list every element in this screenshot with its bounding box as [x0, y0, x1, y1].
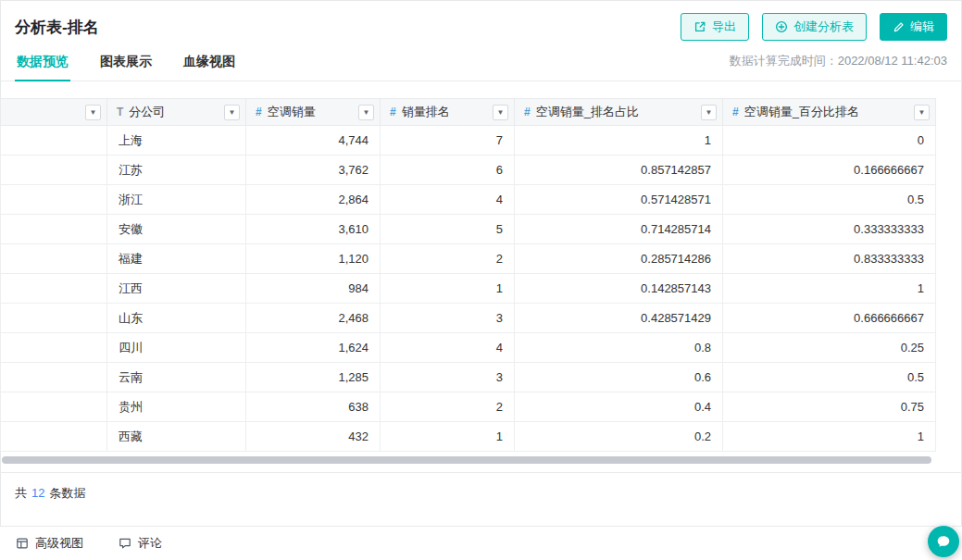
column-header-truncated: ▼: [1, 99, 107, 126]
truncated-cell: [1, 333, 107, 363]
table-row: 山东2,46830.4285714290.666666667: [1, 304, 936, 333]
table-cell: 浙江: [107, 185, 246, 215]
count-number: 12: [31, 486, 44, 500]
data-preview-table-area: ▼ T 分公司 ▼ # 空调销量 ▼: [0, 98, 962, 464]
table-cell: 福建: [107, 244, 246, 274]
column-dropdown-icon[interactable]: ▼: [358, 105, 374, 120]
tabs: 数据预览 图表展示 血缘视图: [15, 54, 265, 81]
table-cell: 4: [381, 185, 515, 215]
table-cell: 0.25: [723, 333, 936, 363]
table-cell: 0.428571429: [515, 304, 723, 333]
table-cell: 西藏: [107, 422, 246, 452]
table-cell: 四川: [107, 333, 246, 363]
table-cell: 0.2: [515, 422, 723, 452]
truncated-cell: [1, 156, 107, 185]
table-cell: 0.285714286: [515, 244, 723, 274]
plus-circle-icon: [775, 20, 788, 33]
create-label: 创建分析表: [793, 19, 854, 35]
edit-label: 编辑: [910, 19, 934, 35]
table-cell: 贵州: [107, 392, 246, 422]
truncated-cell: [1, 126, 107, 156]
table-cell: 上海: [107, 126, 246, 156]
column-dropdown-icon[interactable]: ▼: [493, 105, 508, 120]
table-cell: 1,120: [246, 244, 381, 274]
table-cell: 0.5: [723, 363, 936, 392]
table-cell: 1: [381, 274, 515, 304]
table-cell: 0.8: [515, 333, 723, 363]
chat-fab-button[interactable]: [928, 526, 959, 557]
count-prefix: 共: [15, 486, 27, 500]
truncated-cell: [1, 244, 107, 274]
table-cell: 3: [381, 304, 515, 333]
column-dropdown-icon[interactable]: ▼: [914, 105, 930, 120]
table-cell: 3,762: [246, 156, 381, 185]
number-type-icon: #: [256, 106, 262, 118]
top-bar: 分析表-排名 导出 创建分析表 编辑: [0, 0, 962, 41]
table-cell: 3: [381, 363, 515, 392]
table-row: 江苏3,76260.8571428570.166666667: [1, 156, 936, 185]
table-cell: 4: [381, 333, 515, 363]
table-cell: 江西: [107, 274, 246, 304]
export-button[interactable]: 导出: [681, 13, 749, 41]
table-row: 江西98410.1428571431: [1, 274, 936, 304]
table-cell: 0.5: [723, 185, 936, 215]
table-cell: 0.142857143: [515, 274, 723, 304]
table-cell: 0.4: [515, 392, 723, 422]
calc-time-label: 数据计算完成时间：: [730, 54, 838, 68]
column-header-branch: T 分公司 ▼: [107, 99, 246, 126]
table-cell: 1,624: [246, 333, 381, 363]
table-cell: 0.857142857: [515, 156, 723, 185]
column-header-percentile-rank: # 空调销量_百分比排名 ▼: [723, 99, 936, 126]
tab-chart-display[interactable]: 图表展示: [98, 54, 154, 81]
comment-button[interactable]: 评论: [119, 535, 162, 552]
calc-time-value: 2022/08/12 11:42:03: [838, 54, 947, 68]
truncated-cell: [1, 363, 107, 392]
table-cell: 432: [246, 422, 381, 452]
table-cell: 2,864: [246, 185, 381, 215]
table-cell: 2: [381, 392, 515, 422]
table-row: 贵州63820.40.75: [1, 392, 936, 422]
column-header-rank-ratio: # 空调销量_排名占比 ▼: [515, 99, 723, 126]
calc-time: 数据计算完成时间：2022/08/12 11:42:03: [730, 53, 947, 81]
export-label: 导出: [712, 19, 736, 35]
table-row: 福建1,12020.2857142860.833333333: [1, 244, 936, 274]
table-cell: 984: [246, 274, 381, 304]
export-icon: [693, 20, 706, 33]
bottom-bar: 高级视图 评论: [0, 526, 962, 560]
column-dropdown-icon[interactable]: ▼: [224, 105, 240, 120]
table-header: ▼ T 分公司 ▼ # 空调销量 ▼: [1, 99, 936, 126]
column-header-ac-sales: # 空调销量 ▼: [246, 99, 381, 126]
create-analysis-table-button[interactable]: 创建分析表: [762, 13, 867, 41]
edit-button[interactable]: 编辑: [880, 13, 947, 41]
truncated-cell: [1, 304, 107, 333]
table-cell: 1: [723, 274, 936, 304]
table-row: 四川1,62440.80.25: [1, 333, 936, 363]
table-cell: 1,285: [246, 363, 381, 392]
truncated-cell: [1, 392, 107, 422]
table-row: 安徽3,61050.7142857140.333333333: [1, 215, 936, 244]
pencil-icon: [893, 21, 905, 33]
advanced-view-button[interactable]: 高级视图: [16, 535, 83, 552]
page-title: 分析表-排名: [15, 17, 99, 38]
table-cell: 2: [381, 244, 515, 274]
table-cell: 1: [723, 422, 936, 452]
comment-icon: [119, 537, 131, 550]
count-suffix: 条数据: [49, 486, 85, 500]
table-row: 上海4,744710: [1, 126, 936, 156]
chat-bubble-icon: [935, 533, 952, 550]
column-dropdown-icon[interactable]: ▼: [701, 105, 717, 120]
table-cell: 山东: [107, 304, 246, 333]
tab-lineage-view[interactable]: 血缘视图: [181, 54, 237, 81]
table-cell: 2,468: [246, 304, 381, 333]
column-header-sales-rank: # 销量排名 ▼: [381, 99, 515, 126]
table-cell: 0.714285714: [515, 215, 723, 244]
column-dropdown-icon[interactable]: ▼: [85, 105, 101, 120]
table-cell: 0.571428571: [515, 185, 723, 215]
tabs-bar: 数据预览 图表展示 血缘视图 数据计算完成时间：2022/08/12 11:42…: [0, 53, 962, 81]
tab-data-preview[interactable]: 数据预览: [15, 54, 70, 81]
table-cell: 江苏: [107, 156, 246, 185]
number-type-icon: #: [390, 106, 396, 118]
text-type-icon: T: [117, 106, 123, 118]
horizontal-scrollbar[interactable]: [2, 456, 931, 464]
table-cell: 7: [381, 126, 515, 156]
